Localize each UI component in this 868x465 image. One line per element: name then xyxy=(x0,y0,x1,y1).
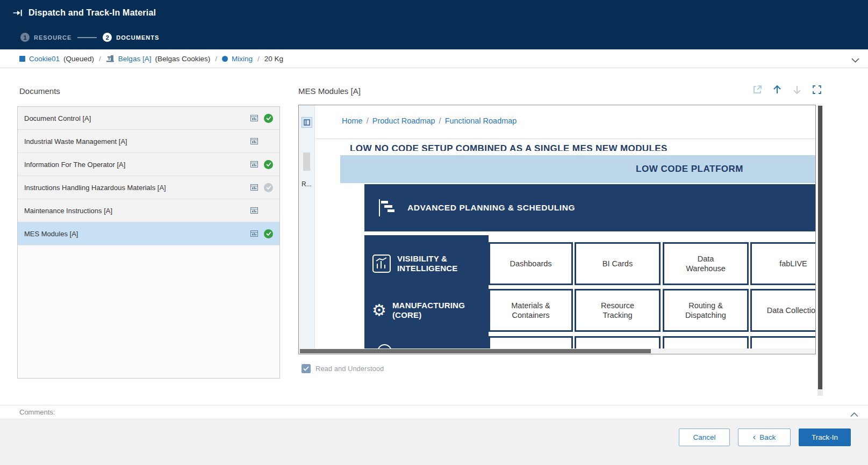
expand-chevron-down-icon[interactable] xyxy=(851,56,859,64)
step-label: DOCUMENTS xyxy=(116,34,159,41)
step-number: 2 xyxy=(103,33,112,42)
module-cell: Data Collection xyxy=(750,289,815,332)
resource-link[interactable]: Belgas [A] xyxy=(118,55,152,63)
aps-box: ADVANCED PLANNING & SCHEDULING xyxy=(364,184,815,231)
breadcrumb-link-home[interactable]: Home xyxy=(342,117,363,125)
document-label: Industrial Waste Management [A] xyxy=(24,137,246,146)
document-viewer-icon xyxy=(250,160,259,169)
open-external-button[interactable] xyxy=(752,84,763,95)
breadcrumb-link-product-roadmap[interactable]: Product Roadmap xyxy=(372,117,435,125)
document-label: MES Modules [A] xyxy=(24,230,246,238)
track-in-icon xyxy=(12,8,23,18)
cancel-button[interactable]: Cancel xyxy=(679,428,730,446)
low-code-platform-banner: LOW CODE PLATFORM xyxy=(340,155,815,183)
module-cell: BI Cards xyxy=(575,242,661,285)
vertical-scrollbar[interactable] xyxy=(817,105,823,396)
document-frame: R... Home/Product Roadmap/Functional Roa… xyxy=(298,105,816,354)
gear-icon: ⚙ xyxy=(372,302,386,318)
read-understood-row: Read and Understood xyxy=(302,364,384,373)
status-pending-icon xyxy=(264,183,273,192)
separator: / xyxy=(257,55,260,63)
horizontal-scrollbar[interactable] xyxy=(299,348,815,354)
category-column: VISIBILITY & INTELLIGENCE ⚙ MANUFACTURIN… xyxy=(364,235,489,354)
footer-buttons: Cancel ‹Back Track-In xyxy=(679,428,851,446)
scroll-down-button[interactable] xyxy=(792,84,802,95)
aps-label: ADVANCED PLANNING & SCHEDULING xyxy=(407,203,575,213)
manufacturing-category: ⚙ MANUFACTURING (CORE) xyxy=(364,289,489,332)
module-cell: Materials & Containers xyxy=(489,289,573,332)
step-icon xyxy=(222,56,228,62)
vertical-scroll-thumb[interactable] xyxy=(818,106,822,389)
document-label: Document Control [A] xyxy=(24,114,246,122)
document-row[interactable]: Document Control [A] xyxy=(18,107,279,130)
sidebar-toggle-button[interactable] xyxy=(302,117,312,128)
breadcrumb-link-functional-roadmap[interactable]: Functional Roadmap xyxy=(445,117,517,125)
document-row-selected[interactable]: MES Modules [A] xyxy=(18,222,279,245)
step-documents[interactable]: 2 DOCUMENTS xyxy=(103,33,159,42)
document-viewer-icon xyxy=(250,229,259,238)
viewer-title: MES Modules [A] xyxy=(298,86,361,96)
back-button[interactable]: ‹Back xyxy=(738,428,791,446)
resource-icon xyxy=(106,55,114,62)
sidebar-label: R... xyxy=(302,180,312,188)
module-cell: Data Warehouse xyxy=(663,242,749,285)
read-understood-checkbox[interactable] xyxy=(302,364,311,373)
flow-step-link[interactable]: Mixing xyxy=(232,55,253,63)
document-label: Instructions Handling Hazardous Material… xyxy=(24,184,246,192)
status-read-icon xyxy=(264,160,273,169)
quantity-label: 20 Kg xyxy=(264,55,283,63)
scroll-up-button[interactable] xyxy=(772,84,783,95)
separator: / xyxy=(99,55,101,63)
fullscreen-button[interactable] xyxy=(812,84,822,95)
document-row[interactable]: Maintenance Instructions [A] xyxy=(18,199,279,222)
gantt-icon xyxy=(376,197,398,219)
page-title: Dispatch and Track-In Material xyxy=(28,8,156,18)
comments-label: Comments: xyxy=(19,408,55,416)
document-row[interactable]: Industrial Waste Management [A] xyxy=(18,130,279,153)
dispatch-track-in-dialog: Dispatch and Track-In Material 1 RESOURC… xyxy=(0,0,868,465)
step-resource[interactable]: 1 RESOURCE xyxy=(20,33,71,42)
documents-panel-title: Documents xyxy=(19,86,60,96)
horizontal-scroll-thumb[interactable] xyxy=(300,349,651,353)
document-viewer-icon xyxy=(250,114,259,122)
breadcrumb-separator: / xyxy=(439,117,441,125)
back-chevron-icon: ‹ xyxy=(753,433,756,441)
frame-sidebar: R... xyxy=(299,105,315,348)
clipped-heading: LOW NO CODE SETUP COMBINED AS A SINGLE M… xyxy=(350,144,737,151)
wizard-stepper: 1 RESOURCE 2 DOCUMENTS xyxy=(20,33,159,42)
document-label: Information For The Operator [A] xyxy=(24,161,246,169)
module-cell: Resource Tracking xyxy=(575,289,661,332)
comments-bar: Comments: xyxy=(0,405,868,419)
divider xyxy=(315,139,815,139)
separator: / xyxy=(215,55,217,63)
read-understood-label: Read and Understood xyxy=(315,365,384,373)
material-state: (Queued) xyxy=(63,55,94,63)
viewer-toolbar xyxy=(752,84,822,95)
step-connector xyxy=(77,37,97,38)
roadmap-graphic: LOW CODE PLATFORM ADVANCED PLANNING & SC… xyxy=(340,155,815,354)
document-viewer-icon xyxy=(250,183,259,192)
status-read-icon xyxy=(264,114,273,123)
header-bar: Dispatch and Track-In Material 1 RESOURC… xyxy=(0,0,868,49)
documents-list: Document Control [A] Industrial Waste Ma… xyxy=(17,106,280,379)
status-read-icon xyxy=(264,229,273,238)
context-bar: Cookie01 (Queued) / Belgas [A] (Belgas C… xyxy=(0,49,868,68)
material-link[interactable]: Cookie01 xyxy=(29,55,60,63)
material-icon xyxy=(19,56,25,62)
document-row[interactable]: Instructions Handling Hazardous Material… xyxy=(18,176,279,199)
collapse-chevron-up-icon[interactable] xyxy=(850,410,858,419)
breadcrumb-separator: / xyxy=(367,117,369,125)
module-cell: Routing & Dispatching xyxy=(663,289,749,332)
step-label: RESOURCE xyxy=(34,34,71,41)
footer-bar: Cancel ‹Back Track-In xyxy=(0,420,868,465)
step-number: 1 xyxy=(20,33,30,42)
module-cell: Dashboards xyxy=(489,242,573,285)
module-cell: fabLIVE xyxy=(750,242,815,285)
track-in-button[interactable]: Track-In xyxy=(799,428,851,446)
sidebar-scroll-thumb[interactable] xyxy=(303,152,310,171)
bar-chart-icon xyxy=(372,254,391,273)
document-viewer-icon xyxy=(250,137,259,146)
resource-description: (Belgas Cookies) xyxy=(155,55,210,63)
document-row[interactable]: Information For The Operator [A] xyxy=(18,153,279,176)
document-viewer-icon xyxy=(250,206,259,215)
